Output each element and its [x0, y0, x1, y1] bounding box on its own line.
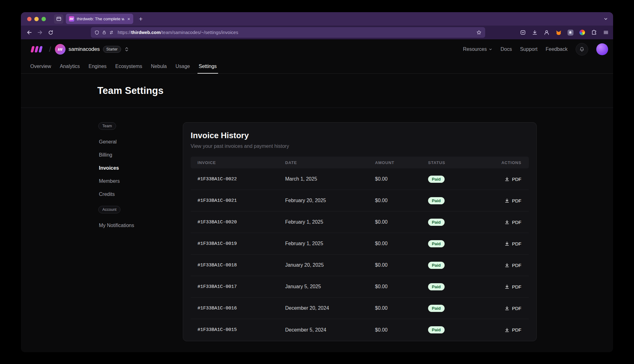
team-switcher[interactable]: saminacodes Starter — [55, 44, 129, 55]
table-row: #1F33BA1C-0019 February 1, 2025 $0.00 Pa… — [191, 233, 529, 255]
card-subtitle: View your past invoices and payment hist… — [191, 143, 529, 149]
thirdweb-logo[interactable] — [30, 45, 45, 53]
invoice-amount: $0.00 — [375, 198, 428, 203]
page-header: Team Settings — [21, 74, 613, 108]
metamask-extension-icon[interactable] — [555, 29, 562, 36]
pocket-icon[interactable] — [519, 29, 526, 36]
download-icon — [505, 198, 510, 203]
table-row: #1F33BA1C-0016 December 20, 2024 $0.00 P… — [191, 298, 529, 319]
tab-analytics[interactable]: Analytics — [56, 59, 84, 73]
tab-overview[interactable]: Overview — [26, 59, 56, 73]
sidebar-item-my-notifications[interactable]: My Notifications — [98, 219, 170, 232]
invoice-history-card: Invoice History View your past invoices … — [183, 122, 537, 341]
invoice-id: #1F33BA1C-0019 — [191, 241, 285, 246]
invoice-date: February 1, 2025 — [285, 241, 375, 246]
chevron-up-down-icon[interactable] — [125, 46, 129, 52]
sidebar-item-invoices[interactable]: Invoices — [98, 162, 170, 175]
back-button[interactable] — [24, 27, 35, 38]
invoice-date: December 5, 2024 — [285, 327, 375, 333]
status-badge: Paid — [428, 326, 445, 333]
downloads-icon[interactable] — [531, 29, 538, 36]
pdf-label: PDF — [512, 327, 521, 332]
pdf-label: PDF — [512, 263, 521, 268]
page-title: Team Settings — [97, 85, 163, 96]
close-window-button[interactable] — [27, 17, 32, 21]
column-amount: AMOUNT — [375, 160, 428, 165]
sidebar-item-credits[interactable]: Credits — [98, 188, 170, 201]
plan-badge: Starter — [103, 46, 121, 53]
tab-close-icon[interactable]: × — [127, 17, 130, 21]
menu-icon[interactable] — [602, 29, 609, 36]
url-bar[interactable]: https://thirdweb.com/team/saminacodes/~/… — [91, 27, 485, 38]
download-pdf-button[interactable]: PDF — [505, 220, 521, 225]
card-title: Invoice History — [191, 131, 529, 140]
docs-link[interactable]: Docs — [500, 46, 512, 52]
browser-tab[interactable]: thirdweb: The complete web3 d × — [66, 14, 133, 24]
download-pdf-button[interactable]: PDF — [505, 177, 521, 182]
window-controls — [27, 17, 46, 21]
notifications-bell-button[interactable] — [576, 43, 588, 56]
status-badge: Paid — [428, 176, 445, 183]
tab-ecosystems[interactable]: Ecosystems — [111, 59, 147, 73]
account-icon[interactable] — [543, 29, 550, 36]
wallet-extension-icon[interactable] — [567, 29, 574, 36]
download-pdf-button[interactable]: PDF — [505, 284, 521, 289]
tab-bar: thirdweb: The complete web3 d × + — [21, 12, 613, 26]
tracking-protection-shield-icon[interactable] — [95, 30, 99, 35]
invoice-date: February 20, 2025 — [285, 198, 375, 203]
tab-usage[interactable]: Usage — [171, 59, 194, 73]
resources-menu[interactable]: Resources — [463, 46, 492, 52]
zoom-window-button[interactable] — [41, 17, 46, 21]
feedback-link[interactable]: Feedback — [546, 46, 568, 52]
invoice-date: January 20, 2025 — [285, 262, 375, 268]
thirdweb-dashboard: / saminacodes Starter Resources Docs Sup… — [21, 39, 613, 352]
tab-settings[interactable]: Settings — [194, 59, 221, 73]
toolbar-extensions — [519, 26, 609, 39]
tab-list-chevron-icon[interactable] — [603, 12, 608, 26]
download-pdf-button[interactable]: PDF — [505, 241, 521, 246]
minimize-window-button[interactable] — [34, 17, 39, 21]
table-row: #1F33BA1C-0015 December 5, 2024 $0.00 Pa… — [191, 319, 529, 341]
url-text: https://thirdweb.com/team/saminacodes/~/… — [118, 30, 474, 35]
extensions-puzzle-icon[interactable] — [591, 29, 597, 36]
sidebar-account-list: My Notifications — [98, 219, 170, 232]
team-avatar — [55, 44, 66, 55]
download-pdf-button[interactable]: PDF — [505, 327, 521, 332]
color-wheel-extension-icon[interactable] — [579, 29, 586, 36]
url-path: /team/saminacodes/~/settings/invoices — [161, 30, 238, 35]
new-tab-button[interactable]: + — [137, 15, 144, 23]
url-scheme: https:// — [118, 30, 131, 35]
user-avatar[interactable] — [596, 43, 608, 55]
download-icon — [505, 220, 510, 225]
table-row: #1F33BA1C-0018 January 20, 2025 $0.00 Pa… — [191, 255, 529, 276]
exchange-arrows-icon[interactable] — [109, 30, 114, 35]
lock-icon[interactable] — [102, 30, 106, 35]
firefox-view-button[interactable] — [54, 14, 63, 24]
download-pdf-button[interactable]: PDF — [505, 306, 521, 311]
resources-label: Resources — [463, 46, 487, 52]
invoice-amount: $0.00 — [375, 176, 428, 182]
bookmark-star-icon[interactable] — [476, 30, 481, 35]
invoice-amount: $0.00 — [375, 327, 428, 333]
support-link[interactable]: Support — [520, 46, 538, 52]
sidebar-item-billing[interactable]: Billing — [98, 148, 170, 162]
column-date: DATE — [285, 160, 375, 165]
download-pdf-button[interactable]: PDF — [505, 263, 521, 268]
sidebar-section-account: Account — [98, 206, 120, 213]
status-badge: Paid — [428, 262, 445, 269]
invoice-id: #1F33BA1C-0016 — [191, 306, 285, 311]
pdf-label: PDF — [512, 198, 521, 203]
table-header-row: INVOICE DATE AMOUNT STATUS ACTIONS — [191, 157, 529, 168]
tab-engines[interactable]: Engines — [84, 59, 111, 73]
sidebar-section-team: Team — [98, 122, 116, 130]
download-pdf-button[interactable]: PDF — [505, 198, 521, 203]
invoice-amount: $0.00 — [375, 241, 428, 246]
chevron-down-icon — [489, 47, 492, 51]
tab-nebula[interactable]: Nebula — [147, 59, 171, 73]
forward-button[interactable] — [35, 27, 45, 38]
sidebar-item-general[interactable]: General — [98, 135, 170, 148]
reload-button[interactable] — [45, 27, 56, 38]
invoice-id: #1F33BA1C-0022 — [191, 177, 285, 182]
navigation-toolbar: https://thirdweb.com/team/saminacodes/~/… — [21, 26, 613, 39]
sidebar-item-members[interactable]: Members — [98, 175, 170, 188]
